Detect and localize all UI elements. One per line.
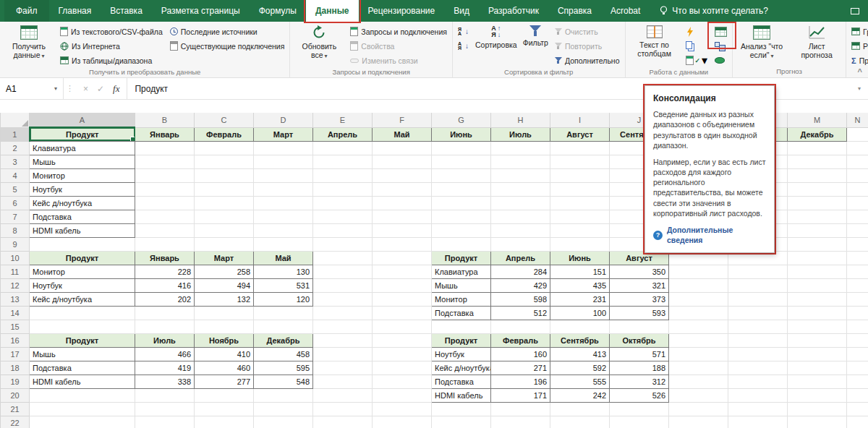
- cell-I14[interactable]: 100: [550, 306, 610, 320]
- col-header-N[interactable]: N: [847, 113, 868, 127]
- cell-D8[interactable]: [254, 223, 313, 237]
- cell-C9[interactable]: [195, 237, 254, 251]
- cell-H7[interactable]: [491, 210, 550, 223]
- cell-K14[interactable]: [669, 306, 728, 320]
- forecast-sheet-button[interactable]: Лист прогноза: [790, 23, 843, 67]
- cell-F12[interactable]: [373, 278, 432, 292]
- cell-K19[interactable]: [669, 374, 728, 388]
- cell-M13[interactable]: [788, 292, 847, 306]
- cell-I15[interactable]: [550, 320, 610, 333]
- cell-E8[interactable]: [313, 223, 373, 237]
- flash-fill-button[interactable]: [683, 25, 711, 38]
- data-validation-button[interactable]: ✓ ▾: [683, 54, 711, 67]
- cell-C6[interactable]: [195, 196, 254, 210]
- cell-M11[interactable]: [788, 265, 847, 278]
- cell-I22[interactable]: [550, 416, 610, 428]
- enter-icon[interactable]: ✓: [97, 84, 104, 94]
- cell-F18[interactable]: [373, 361, 432, 374]
- row-header-3[interactable]: 3: [1, 155, 30, 168]
- tab-data[interactable]: Данные: [306, 0, 359, 22]
- cell-A17[interactable]: Мышь: [30, 347, 135, 361]
- cell-C13[interactable]: 132: [195, 292, 254, 306]
- cell-F22[interactable]: [373, 416, 432, 428]
- cell-M2[interactable]: [788, 141, 847, 155]
- cell-I9[interactable]: [550, 237, 610, 251]
- advanced-filter-button[interactable]: Дополнительно: [552, 54, 623, 67]
- queries-connections-button[interactable]: Запросы и подключения: [347, 25, 450, 38]
- cell-C22[interactable]: [195, 416, 254, 428]
- cell-F10[interactable]: [373, 251, 432, 265]
- cell-D15[interactable]: [254, 320, 313, 333]
- cell-G6[interactable]: [432, 196, 491, 210]
- cell-I6[interactable]: [550, 196, 610, 210]
- recent-sources-button[interactable]: Последние источники: [167, 25, 288, 38]
- cell-L20[interactable]: [728, 388, 788, 402]
- cell-D20[interactable]: [254, 388, 313, 402]
- tab-acrobat[interactable]: Acrobat: [601, 0, 650, 22]
- cell-A15[interactable]: [30, 320, 135, 333]
- cell-B10[interactable]: Январь: [135, 251, 195, 265]
- cell-C4[interactable]: [195, 168, 254, 182]
- cell-B12[interactable]: 416: [135, 278, 195, 292]
- cell-D17[interactable]: 458: [254, 347, 313, 361]
- cell-H17[interactable]: 160: [491, 347, 550, 361]
- cell-A11[interactable]: Монитор: [30, 265, 135, 278]
- cell-J21[interactable]: [610, 402, 669, 416]
- existing-connections-button[interactable]: Существующие подключения: [167, 39, 288, 53]
- cell-N18[interactable]: [847, 361, 868, 374]
- cell-N9[interactable]: [847, 237, 868, 251]
- tab-developer[interactable]: Разработчик: [479, 0, 548, 22]
- cell-I20[interactable]: 242: [550, 388, 610, 402]
- cell-I3[interactable]: [550, 155, 610, 168]
- cell-C3[interactable]: [195, 155, 254, 168]
- cell-M22[interactable]: [788, 416, 847, 428]
- cell-A1[interactable]: Продукт: [30, 127, 135, 141]
- cell-L17[interactable]: [728, 347, 788, 361]
- cell-G19[interactable]: Подставка: [432, 374, 491, 388]
- cell-M10[interactable]: [788, 251, 847, 265]
- cell-C15[interactable]: [195, 320, 254, 333]
- cell-E13[interactable]: [313, 292, 373, 306]
- cell-I5[interactable]: [550, 182, 610, 196]
- cell-A2[interactable]: Клавиатура: [30, 141, 135, 155]
- cell-C17[interactable]: 410: [195, 347, 254, 361]
- cell-L12[interactable]: [728, 278, 788, 292]
- cell-D22[interactable]: [254, 416, 313, 428]
- cell-A19[interactable]: HDMI кабель: [30, 374, 135, 388]
- cell-H21[interactable]: [491, 402, 550, 416]
- cell-M20[interactable]: [788, 388, 847, 402]
- cell-J11[interactable]: 350: [610, 265, 669, 278]
- cell-D16[interactable]: Декабрь: [254, 333, 313, 347]
- cell-B13[interactable]: 202: [135, 292, 195, 306]
- cell-L18[interactable]: [728, 361, 788, 374]
- cell-F9[interactable]: [373, 237, 432, 251]
- cell-D9[interactable]: [254, 237, 313, 251]
- row-header-6[interactable]: 6: [1, 196, 30, 210]
- ungroup-button[interactable]: Разгруппировать ▾: [848, 39, 868, 53]
- cell-B14[interactable]: [135, 306, 195, 320]
- cell-C2[interactable]: [195, 141, 254, 155]
- cell-F20[interactable]: [373, 388, 432, 402]
- row-header-2[interactable]: 2: [1, 141, 30, 155]
- cell-B8[interactable]: [135, 223, 195, 237]
- cell-N12[interactable]: [847, 278, 868, 292]
- cell-F3[interactable]: [373, 155, 432, 168]
- cell-G5[interactable]: [432, 182, 491, 196]
- cell-N13[interactable]: [847, 292, 868, 306]
- cell-E1[interactable]: Апрель: [313, 127, 373, 141]
- row-header-12[interactable]: 12: [1, 278, 30, 292]
- cell-E10[interactable]: [313, 251, 373, 265]
- cell-K20[interactable]: [669, 388, 728, 402]
- row-header-19[interactable]: 19: [1, 374, 30, 388]
- cell-G7[interactable]: [432, 210, 491, 223]
- cell-D7[interactable]: [254, 210, 313, 223]
- cell-D11[interactable]: 130: [254, 265, 313, 278]
- cell-C14[interactable]: [195, 306, 254, 320]
- cell-C16[interactable]: Ноябрь: [195, 333, 254, 347]
- filter-button[interactable]: Фильтр: [521, 23, 550, 67]
- cell-K16[interactable]: [669, 333, 728, 347]
- cell-J20[interactable]: 526: [610, 388, 669, 402]
- cell-M4[interactable]: [788, 168, 847, 182]
- cell-F14[interactable]: [373, 306, 432, 320]
- formula-bar-splitter[interactable]: ⋮: [64, 84, 76, 93]
